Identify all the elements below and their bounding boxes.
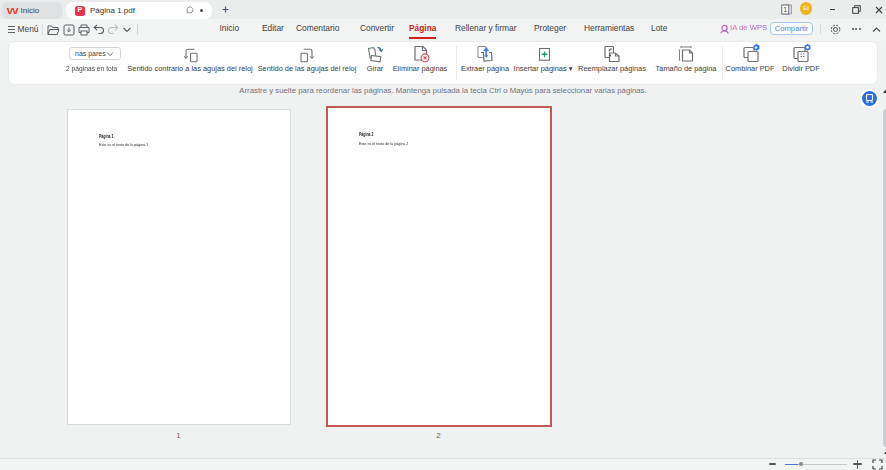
svg-text:1: 1 — [783, 6, 787, 13]
